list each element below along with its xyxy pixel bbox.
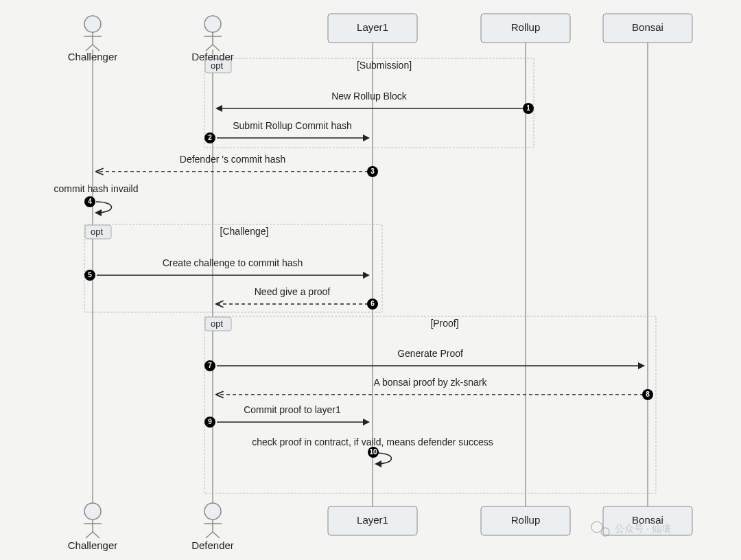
svg-text:A bonsai proof by zk-snark: A bonsai proof by zk-snark — [374, 377, 488, 388]
svg-text:Layer1: Layer1 — [357, 514, 388, 526]
svg-line-72 — [93, 532, 99, 538]
participant-layer1-top: Layer1 — [328, 14, 417, 43]
message-submit-commit-hash: Submit Rollup Commit hash 2 — [204, 120, 368, 143]
svg-text:Submit Rollup Commit hash: Submit Rollup Commit hash — [233, 120, 352, 131]
svg-text:8: 8 — [646, 390, 650, 398]
svg-line-77 — [206, 532, 213, 538]
participant-rollup-top: Rollup — [481, 14, 570, 43]
fragment-submission: opt [Submission] — [204, 58, 534, 148]
svg-text:6: 6 — [370, 300, 375, 307]
svg-text:3: 3 — [370, 167, 375, 175]
svg-text:Need give a proof: Need give a proof — [255, 286, 331, 297]
fragment-challenge: opt [Challenge] — [84, 224, 382, 312]
participant-bonsai-top: Bonsai — [603, 14, 692, 43]
svg-text:check proof in contract, if va: check proof in contract, if vaild, means… — [252, 436, 493, 447]
svg-text:Layer1: Layer1 — [357, 21, 388, 33]
message-generate-proof: Generate Proof 7 — [204, 348, 644, 371]
svg-rect-19 — [84, 224, 382, 312]
participant-layer1-bottom: Layer1 — [328, 506, 417, 535]
svg-text:Create challenge to commit has: Create challenge to commit hash — [163, 257, 303, 268]
message-defender-commit-hash: Defender 's commit hash 3 — [97, 154, 378, 177]
svg-text:New Rollup Block: New Rollup Block — [331, 91, 408, 102]
message-need-proof: Need give a proof 6 — [217, 286, 378, 310]
svg-line-59 — [206, 45, 213, 51]
svg-text:Bonsai: Bonsai — [632, 21, 663, 33]
svg-text:[Proof]: [Proof] — [430, 318, 458, 329]
svg-text:2: 2 — [208, 134, 212, 141]
svg-line-54 — [93, 45, 99, 51]
svg-rect-0 — [204, 58, 534, 148]
actor-defender-bottom: Defender — [191, 503, 234, 551]
svg-text:[Submission]: [Submission] — [357, 60, 412, 71]
message-commit-hash-invalid: commit hash invaild 4 — [54, 183, 139, 213]
svg-text:1: 1 — [526, 104, 530, 112]
svg-text:[Challenge]: [Challenge] — [220, 226, 269, 237]
svg-text:opt: opt — [211, 318, 223, 329]
svg-point-50 — [84, 16, 101, 32]
message-bonsai-proof: A bonsai proof by zk-snark 8 — [217, 377, 653, 400]
message-create-challenge: Create challenge to commit hash 5 — [84, 257, 368, 281]
svg-point-56 — [204, 16, 221, 32]
svg-text:Defender: Defender — [191, 51, 234, 62]
svg-text:Generate Proof: Generate Proof — [397, 348, 463, 359]
participant-rollup-bottom: Rollup — [481, 506, 570, 535]
svg-text:Challenger: Challenger — [68, 51, 118, 62]
message-new-rollup-block: New Rollup Block 1 — [217, 91, 534, 114]
message-commit-proof: Commit proof to layer1 9 — [204, 404, 368, 428]
svg-text:Rollup: Rollup — [511, 21, 541, 33]
svg-text:5: 5 — [88, 271, 92, 279]
svg-line-60 — [213, 45, 220, 51]
svg-text:10: 10 — [369, 448, 377, 456]
svg-text:9: 9 — [208, 418, 212, 425]
svg-text:Defender 's commit hash: Defender 's commit hash — [180, 154, 285, 165]
svg-line-53 — [86, 45, 93, 51]
svg-text:4: 4 — [88, 198, 92, 205]
actor-challenger-bottom: Challenger — [68, 503, 118, 551]
svg-text:commit hash invaild: commit hash invaild — [54, 183, 139, 194]
svg-text:Commit proof to layer1: Commit proof to layer1 — [244, 404, 341, 415]
svg-point-68 — [84, 503, 101, 520]
svg-text:7: 7 — [208, 362, 212, 369]
svg-text:Challenger: Challenger — [68, 539, 118, 551]
actor-defender-top: Defender — [191, 16, 234, 62]
svg-text:公众号 · 仙壤: 公众号 · 仙壤 — [615, 523, 671, 534]
actor-challenger-top: Challenger — [68, 16, 118, 62]
svg-line-78 — [213, 532, 220, 538]
svg-text:opt: opt — [91, 226, 103, 237]
sequence-diagram: opt [Submission] New Rollup Block 1 Subm… — [0, 0, 741, 560]
svg-point-74 — [204, 503, 221, 520]
svg-text:Defender: Defender — [191, 539, 234, 551]
svg-text:Rollup: Rollup — [511, 514, 541, 526]
svg-line-71 — [86, 532, 93, 538]
